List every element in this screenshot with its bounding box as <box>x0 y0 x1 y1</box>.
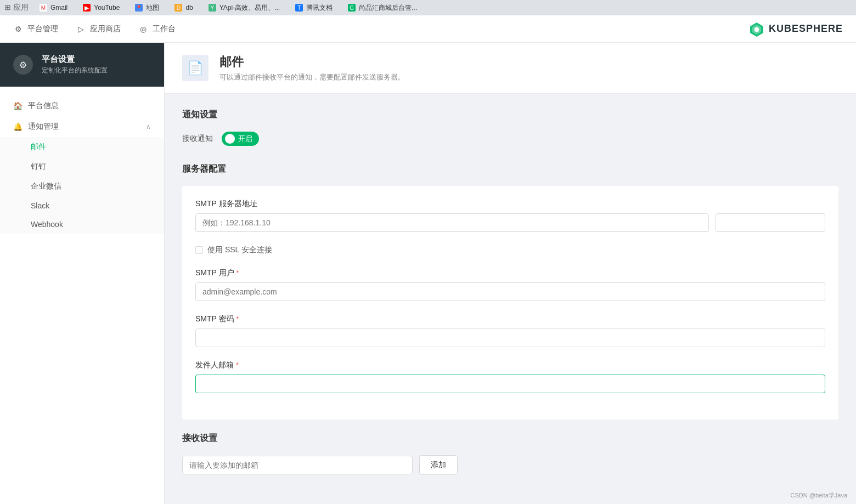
add-email-button[interactable]: 添加 <box>419 455 458 475</box>
store-icon: ▷ <box>76 24 86 34</box>
kubesphere-logo-icon <box>749 21 764 37</box>
sender-email-group: 发件人邮箱 * admin@example.com <box>195 360 825 393</box>
tab-db[interactable]: D db <box>170 3 197 13</box>
tab-yapi[interactable]: Y YApi-高效、易用、... <box>204 2 284 14</box>
smtp-user-required-star: * <box>236 269 239 277</box>
toggle-text: 开启 <box>238 134 252 144</box>
sidebar-sub-email-label: 邮件 <box>31 142 46 152</box>
nav-workspace-label: 工作台 <box>153 24 176 34</box>
receive-section-title: 接收设置 <box>182 433 838 444</box>
sidebar-item-notification-manage[interactable]: 🔔 通知管理 ∧ <box>0 116 164 137</box>
sidebar-item-notification-label: 通知管理 <box>28 122 59 132</box>
sender-email-input[interactable]: admin@example.com <box>195 375 825 393</box>
top-nav: ⚙ 平台管理 ▷ 应用商店 ◎ 工作台 KUBESPHERE <box>0 15 856 43</box>
sidebar-sub-dingtalk-label: 钉钉 <box>31 162 46 172</box>
tab-youtube-label: YouTube <box>94 4 120 12</box>
tab-tencent[interactable]: T 腾讯文档 <box>291 2 337 14</box>
tab-yapi-label: YApi-高效、易用、... <box>219 3 280 13</box>
content-area: 📄 邮件 可以通过邮件接收平台的通知，需要配置邮件发送服务器。 通知设置 接收通… <box>165 43 856 504</box>
receive-row: 添加 <box>182 455 838 475</box>
nav-app-store-label: 应用商店 <box>90 24 121 34</box>
notification-section-title: 通知设置 <box>182 109 838 121</box>
tab-youtube[interactable]: ▶ YouTube <box>78 3 124 13</box>
tab-maps[interactable]: 📍 地图 <box>131 2 164 14</box>
gear-icon: ⚙ <box>13 24 23 34</box>
tab-shop[interactable]: G 尚品汇商城后台管... <box>343 2 421 14</box>
sidebar-sub-item-slack[interactable]: Slack <box>0 196 164 215</box>
server-config-section: SMTP 服务器地址 25 使用 SSL 安全连接 SMTP 用户 <box>182 186 838 420</box>
chevron-up-icon: ∧ <box>146 123 151 131</box>
smtp-address-row: 25 <box>195 213 825 232</box>
page-header-info: 邮件 可以通过邮件接收平台的通知，需要配置邮件发送服务器。 <box>219 54 405 82</box>
sidebar-item-platform-info[interactable]: 🏠 平台信息 <box>0 95 164 116</box>
email-page-icon: 📄 <box>182 55 209 81</box>
sidebar-subtitle: 定制化平台的系统配置 <box>42 66 108 75</box>
tencent-favicon: T <box>295 4 303 12</box>
smtp-password-group: SMTP 密码 * <box>195 314 825 347</box>
smtp-password-input[interactable] <box>195 329 825 347</box>
smtp-password-label: SMTP 密码 * <box>195 314 825 324</box>
page-header: 📄 邮件 可以通过邮件接收平台的通知，需要配置邮件发送服务器。 <box>165 43 856 94</box>
toggle-button[interactable]: 开启 <box>222 132 259 146</box>
sender-email-label: 发件人邮箱 * <box>195 360 825 370</box>
maps-favicon: 📍 <box>135 4 143 12</box>
smtp-address-group: SMTP 服务器地址 25 <box>195 199 825 232</box>
browser-bar: ⊞ 应用 M Gmail ▶ YouTube 📍 地图 D db Y YApi-… <box>0 0 856 15</box>
tab-shop-label: 尚品汇商城后台管... <box>359 3 417 13</box>
sidebar-header-text: 平台设置 定制化平台的系统配置 <box>42 54 108 75</box>
page-description: 可以通过邮件接收平台的通知，需要配置邮件发送服务器。 <box>219 72 405 82</box>
smtp-port-input[interactable]: 25 <box>716 213 825 232</box>
sidebar-sub-item-email[interactable]: 邮件 <box>0 137 164 157</box>
sidebar-sub-item-wechat[interactable]: 企业微信 <box>0 177 164 196</box>
ssl-label: 使用 SSL 安全连接 <box>207 245 272 255</box>
gmail-favicon: M <box>40 4 47 12</box>
sidebar-sub-slack-label: Slack <box>31 201 49 210</box>
sidebar: ⚙ 平台设置 定制化平台的系统配置 🏠 平台信息 🔔 通知管理 ∧ 邮件 <box>0 43 165 504</box>
sidebar-sub-webhook-label: Webhook <box>31 220 63 229</box>
smtp-password-required-star: * <box>236 315 239 323</box>
nav-platform-manage-label: 平台管理 <box>27 24 58 34</box>
toggle-dot <box>225 134 235 144</box>
smtp-address-input[interactable] <box>195 213 709 232</box>
sidebar-sub-menu: 邮件 钉钉 企业微信 Slack Webhook <box>0 137 164 234</box>
sidebar-menu: 🏠 平台信息 🔔 通知管理 ∧ 邮件 钉钉 企业微信 <box>0 87 164 242</box>
smtp-user-input[interactable] <box>195 282 825 301</box>
notification-row: 接收通知 开启 <box>182 132 838 146</box>
logo: KUBESPHERE <box>749 21 843 37</box>
tab-maps-label: 地图 <box>146 3 159 13</box>
nav-workspace[interactable]: ◎ 工作台 <box>138 21 176 37</box>
kubesphere-logo-text: KUBESPHERE <box>769 23 843 35</box>
workspace-icon: ◎ <box>138 24 148 34</box>
home-icon: 🏠 <box>13 101 22 110</box>
sidebar-header: ⚙ 平台设置 定制化平台的系统配置 <box>0 43 164 87</box>
sidebar-sub-item-dingtalk[interactable]: 钉钉 <box>0 157 164 177</box>
sidebar-item-platform-info-label: 平台信息 <box>28 101 59 111</box>
smtp-address-label: SMTP 服务器地址 <box>195 199 825 209</box>
nav-platform-manage[interactable]: ⚙ 平台管理 <box>13 21 58 37</box>
sidebar-title: 平台设置 <box>42 54 108 65</box>
tab-db-label: db <box>185 4 193 12</box>
server-config-section-title: 服务器配置 <box>182 163 838 175</box>
tab-gmail-label: Gmail <box>50 4 67 12</box>
smtp-user-group: SMTP 用户 * <box>195 268 825 301</box>
ssl-checkbox-row: 使用 SSL 安全连接 <box>195 245 825 255</box>
sidebar-header-icon: ⚙ <box>13 55 33 75</box>
form-content: 通知设置 接收通知 开启 服务器配置 SMTP 服务器地址 <box>165 94 856 490</box>
receive-notif-label: 接收通知 <box>182 134 213 144</box>
nav-app-store[interactable]: ▷ 应用商店 <box>76 21 121 37</box>
ssl-checkbox[interactable] <box>195 246 203 254</box>
sidebar-sub-item-webhook[interactable]: Webhook <box>0 215 164 234</box>
notification-icon: 🔔 <box>13 122 22 131</box>
shop-favicon: G <box>348 4 356 12</box>
watermark: CSDN @beita学Java <box>791 491 847 500</box>
smtp-user-label: SMTP 用户 * <box>195 268 825 278</box>
tab-tencent-label: 腾讯文档 <box>306 3 333 13</box>
receive-email-input[interactable] <box>182 456 413 474</box>
yapi-favicon: Y <box>209 4 216 12</box>
page-title: 邮件 <box>219 54 405 70</box>
sender-email-required-star: * <box>236 361 239 369</box>
youtube-favicon: ▶ <box>83 4 91 12</box>
tab-gmail[interactable]: M Gmail <box>35 3 72 13</box>
apps-icon[interactable]: ⊞ 应用 <box>4 3 29 13</box>
sidebar-sub-wechat-label: 企业微信 <box>31 182 61 191</box>
